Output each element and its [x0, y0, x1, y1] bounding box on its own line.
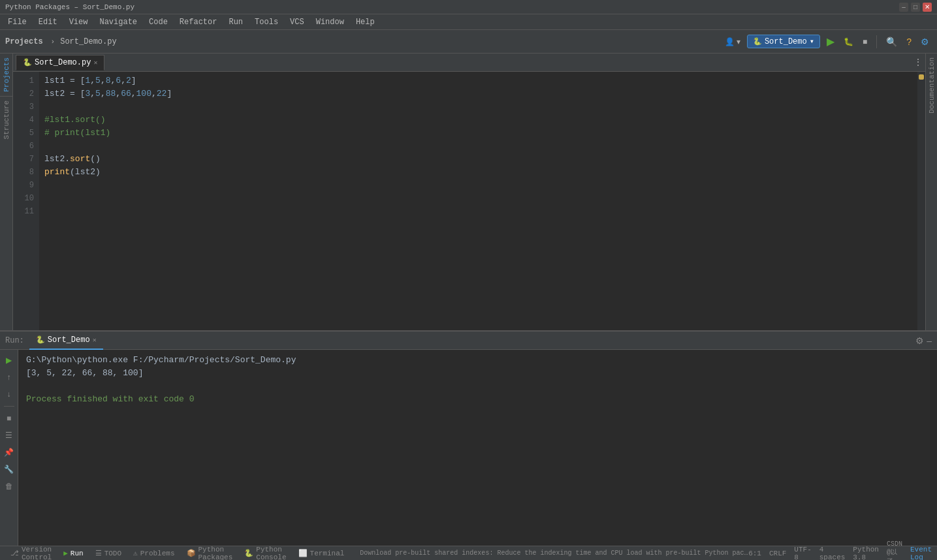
- python-file-icon: 🐍: [23, 58, 32, 67]
- menu-tools[interactable]: Tools: [249, 16, 283, 28]
- bottom-tabs: ⎇ Version Control ▶ Run ☰ TODO ⚠ Problem…: [5, 546, 349, 561]
- tab-bar: 🐍 Sort_Demo.py ✕ ⋮: [13, 54, 925, 72]
- run-output-blank: [26, 380, 929, 393]
- help-button[interactable]: ?: [904, 35, 914, 48]
- documentation-label[interactable]: Documentation: [927, 54, 937, 117]
- project-dropdown-label: Sort_Demo: [765, 37, 807, 46]
- vcs-label: Version Control: [22, 546, 52, 561]
- todo-icon: ☰: [95, 549, 102, 557]
- packages-label: Python Packages: [199, 546, 233, 561]
- code-line-10: [44, 192, 912, 205]
- menu-window[interactable]: Window: [311, 16, 349, 28]
- menu-refactor[interactable]: Refactor: [174, 16, 223, 28]
- wrench-button[interactable]: 🔧: [3, 463, 16, 476]
- tab-close-button[interactable]: ✕: [93, 59, 97, 67]
- run-tab-icon: 🐍: [36, 335, 45, 344]
- status-encoding[interactable]: UTF-8: [794, 546, 811, 561]
- tab-filename: Sort_Demo.py: [35, 58, 91, 67]
- run-command-line: G:\Python\python.exe F:/Pycharm/Projects…: [26, 354, 929, 367]
- code-line-3: [44, 101, 912, 114]
- tab-run[interactable]: ▶ Run: [58, 546, 88, 561]
- run-sidebar: ▶ ↑ ↓ ■ ☰ 📌 🔧 🗑: [0, 350, 18, 546]
- maximize-button[interactable]: □: [911, 3, 920, 12]
- title-bar: Python Packages – Sort_Demo.py – □ ✕: [0, 0, 937, 14]
- close-button[interactable]: ✕: [923, 3, 932, 12]
- status-position[interactable]: 6:1: [748, 550, 761, 557]
- menu-file[interactable]: File: [3, 16, 32, 28]
- window-title: Python Packages – Sort_Demo.py: [5, 3, 135, 11]
- menu-view[interactable]: View: [64, 16, 93, 28]
- projects-label: Projects: [5, 37, 43, 46]
- run-tab-sort-demo[interactable]: 🐍 Sort_Demo ✕: [29, 332, 103, 350]
- stop-run-button[interactable]: ■: [3, 412, 16, 425]
- terminal-label: Terminal: [310, 550, 345, 557]
- settings-button[interactable]: ⚙: [918, 35, 932, 48]
- code-line-11: [44, 205, 912, 218]
- problems-icon: ⚠: [133, 549, 138, 557]
- toolbar-sep: [876, 35, 877, 48]
- tab-terminal[interactable]: ⬜ Terminal: [293, 546, 350, 561]
- status-python-version[interactable]: Python 3.8: [853, 546, 879, 561]
- menu-run[interactable]: Run: [223, 16, 248, 28]
- project-dropdown[interactable]: 🐍 Sort_Demo ▾: [747, 35, 820, 48]
- status-index-msg: Download pre-built shared indexes: Reduc…: [360, 550, 748, 557]
- run-hide-button[interactable]: –: [927, 335, 932, 346]
- scroll-down-button[interactable]: ↓: [3, 388, 16, 401]
- code-line-9: [44, 179, 912, 192]
- tab-python-console[interactable]: 🐍 Python Console: [239, 546, 291, 561]
- tab-python-packages[interactable]: 📦 Python Packages: [182, 546, 238, 561]
- sidebar-structure-label[interactable]: Structure: [1, 97, 12, 143]
- list-button[interactable]: ☰: [3, 429, 16, 442]
- packages-icon: 📦: [187, 549, 196, 557]
- delete-button[interactable]: 🗑: [3, 480, 16, 493]
- code-line-8: print(lst2): [44, 166, 912, 179]
- toolbar-right: 👤 ▾ 🐍 Sort_Demo ▾ ▶ 🐛 ■ 🔍 ? ⚙: [722, 34, 932, 49]
- todo-label: TODO: [104, 550, 121, 557]
- run-panel: ▶ ↑ ↓ ■ ☰ 📌 🔧 🗑 G:\Python\python.exe F:/…: [0, 350, 937, 546]
- pin-button[interactable]: 📌: [3, 446, 16, 459]
- profile-button[interactable]: 👤 ▾: [722, 36, 743, 48]
- event-log-link[interactable]: Event Log: [910, 546, 932, 561]
- code-editor[interactable]: 1 2 3 4 5 6 7 8 9 10 11 lst1 = [1,5,8,6,…: [13, 72, 925, 330]
- sidebar-projects-label[interactable]: Projects: [1, 54, 12, 96]
- run-tab-close[interactable]: ✕: [93, 336, 97, 344]
- main-area: Projects Structure 🐍 Sort_Demo.py ✕ ⋮ 1 …: [0, 54, 937, 330]
- console-label: Python Console: [256, 546, 286, 561]
- line-numbers: 1 2 3 4 5 6 7 8 9 10 11: [13, 72, 39, 330]
- rerun-button[interactable]: ▶: [3, 354, 16, 367]
- menu-navigate[interactable]: Navigate: [94, 16, 142, 28]
- scroll-up-button[interactable]: ↑: [3, 371, 16, 384]
- tab-todo[interactable]: ☰ TODO: [90, 546, 127, 561]
- stop-button[interactable]: ■: [860, 36, 870, 48]
- minimize-button[interactable]: –: [899, 3, 908, 12]
- breadcrumb-file: Sort_Demo.py: [60, 37, 116, 46]
- editor-container: 🐍 Sort_Demo.py ✕ ⋮ 1 2 3 4 5 6 7 8 9 10 …: [13, 54, 925, 330]
- run-button[interactable]: ▶: [824, 34, 837, 49]
- status-csdn: CSDN @以了: [887, 540, 902, 560]
- left-sidebar: Projects Structure: [0, 54, 13, 330]
- run-settings-button[interactable]: ⚙: [915, 335, 924, 346]
- breadcrumb-separator: ›: [51, 38, 56, 46]
- code-line-2: lst2 = [3,5,88,66,100,22]: [44, 87, 912, 101]
- menu-help[interactable]: Help: [351, 16, 380, 28]
- debug-button[interactable]: 🐛: [841, 36, 856, 48]
- code-content[interactable]: lst1 = [1,5,8,6,2] lst2 = [3,5,88,66,100…: [39, 72, 917, 330]
- tab-more-button[interactable]: ⋮: [913, 57, 923, 68]
- menu-edit[interactable]: Edit: [33, 16, 63, 28]
- menu-code[interactable]: Code: [144, 16, 173, 28]
- tab-problems[interactable]: ⚠ Problems: [128, 546, 180, 561]
- status-line-ending[interactable]: CRLF: [769, 550, 786, 557]
- editor-tab-sort-demo[interactable]: 🐍 Sort_Demo.py ✕: [16, 55, 104, 70]
- run-tab-bottom-label: Run: [71, 550, 84, 557]
- run-label: Run:: [5, 336, 24, 345]
- run-output: G:\Python\python.exe F:/Pycharm/Projects…: [18, 350, 937, 546]
- status-indent[interactable]: 4 spaces: [819, 546, 846, 561]
- menu-vcs[interactable]: VCS: [285, 16, 310, 28]
- bottom-panel: Run: 🐍 Sort_Demo ✕ ⚙ – ▶ ↑ ↓ ■ ☰ 📌 🔧 🗑 G…: [0, 330, 937, 546]
- run-icon: ▶: [63, 549, 68, 557]
- scroll-gutter: [917, 72, 925, 330]
- terminal-icon: ⬜: [298, 549, 308, 557]
- search-button[interactable]: 🔍: [883, 35, 900, 48]
- code-line-5: # print(lst1): [44, 127, 912, 140]
- tab-version-control[interactable]: ⎇ Version Control: [5, 546, 57, 561]
